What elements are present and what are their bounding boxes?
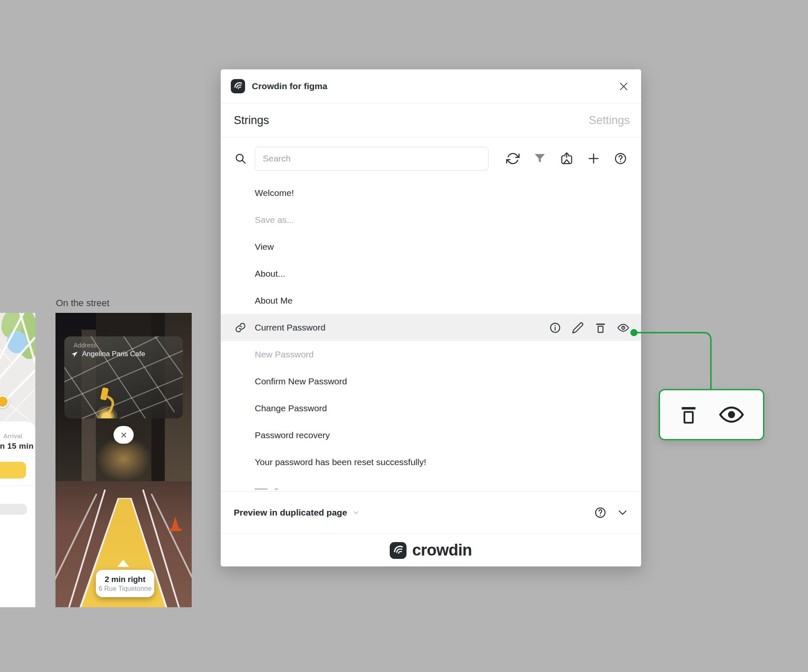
trash-icon[interactable]: [679, 404, 698, 426]
clipped-text: [254, 488, 268, 490]
address-map-card: Address Angelina Paris Cafe: [64, 336, 183, 418]
string-list-item[interactable]: About...: [221, 260, 641, 287]
crowdin-plugin-window: Crowdin for figma Strings Settings: [221, 69, 641, 566]
search-icon: [234, 152, 247, 165]
traffic-cone: [169, 529, 182, 531]
string-text: Save as...: [255, 215, 294, 225]
string-text: About Me: [255, 296, 293, 306]
string-list-item[interactable]: About Me: [221, 287, 641, 314]
close-navigation-button[interactable]: [114, 426, 134, 444]
plugin-header: Crowdin for figma: [221, 69, 641, 103]
filter-icon[interactable]: [533, 152, 547, 165]
export-image-icon[interactable]: [560, 152, 573, 165]
strings-toolbar: [221, 138, 641, 180]
direction-primary: 2 min right: [105, 575, 145, 584]
plugin-tabs: Strings Settings: [221, 103, 641, 138]
close-icon: [618, 81, 629, 92]
tab-settings[interactable]: Settings: [589, 114, 630, 127]
crowdin-logo-icon: [390, 542, 407, 559]
direction-arrow: [117, 560, 129, 567]
arrival-label: Arrival: [3, 432, 22, 439]
string-list-item[interactable]: Welcome!: [221, 180, 641, 206]
divider: [0, 457, 35, 457]
divider: [0, 485, 35, 486]
string-text: Your password has been reset successfull…: [255, 457, 426, 467]
string-list-item[interactable]: New Password: [221, 341, 641, 368]
artboard-map-phone: Arrival in 15 min: [0, 313, 35, 607]
link-icon: [235, 322, 246, 333]
trash-icon[interactable]: [594, 322, 607, 334]
string-list-item[interactable]: View: [221, 233, 641, 260]
ride-bottom-sheet: Arrival in 15 min: [0, 421, 35, 607]
close-icon: [120, 431, 127, 439]
direction-card: 2 min right 6 Rue Tiquetonne: [96, 570, 154, 597]
string-list-item[interactable]: Confirm New Password: [221, 368, 641, 395]
strings-list: Welcome! Save as... View About... About …: [221, 180, 641, 491]
route-line: [64, 336, 183, 418]
direction-secondary: 6 Rue Tiquetonne: [98, 585, 151, 593]
actions-callout: [659, 389, 764, 440]
close-plugin-button[interactable]: [618, 81, 629, 92]
sync-icon[interactable]: [506, 152, 520, 165]
artboard-street-phone: Address Angelina Paris Cafe 2 min right …: [55, 313, 192, 607]
string-text: Welcome!: [255, 188, 294, 198]
string-text: Password recovery: [255, 430, 330, 440]
string-list-item[interactable]: Your password has been reset successfull…: [221, 449, 641, 476]
secondary-button[interactable]: [0, 504, 27, 515]
preview-mode-label[interactable]: Preview in duplicated page: [234, 508, 347, 518]
arrival-time: in 15 min: [0, 442, 34, 451]
string-list-item[interactable]: Password recovery: [221, 422, 641, 449]
string-text: Change Password: [255, 403, 327, 413]
preview-bar: Preview in duplicated page: [221, 491, 641, 533]
clipped-text: [275, 488, 278, 490]
string-text: About...: [255, 269, 285, 279]
clipped-string-item: [221, 476, 641, 491]
chevron-down-icon[interactable]: [352, 509, 360, 516]
string-list-item[interactable]: Current Password: [221, 314, 641, 341]
string-text: Confirm New Password: [255, 376, 347, 386]
search-input[interactable]: [255, 147, 488, 171]
map-area: [0, 313, 35, 421]
figma-canvas: On the street Arrival in 15 min: [0, 0, 808, 672]
frame-label-on-the-street[interactable]: On the street: [56, 298, 109, 309]
plus-icon[interactable]: [587, 152, 600, 165]
eye-icon[interactable]: [718, 406, 745, 423]
help-icon[interactable]: [614, 152, 627, 165]
primary-action-button[interactable]: [0, 462, 26, 479]
window-title: Crowdin for figma: [252, 81, 327, 91]
crowdin-brand-footer: crowdin: [221, 533, 641, 567]
string-text: Current Password: [255, 323, 325, 333]
crowdin-wordmark: crowdin: [412, 541, 472, 559]
help-icon[interactable]: [594, 506, 607, 519]
edit-icon[interactable]: [572, 322, 584, 334]
chevron-down-icon[interactable]: [617, 507, 628, 519]
string-text: New Password: [255, 349, 314, 360]
string-text: View: [255, 242, 274, 252]
string-list-item[interactable]: Save as...: [221, 206, 641, 233]
info-icon[interactable]: [549, 322, 561, 334]
crowdin-logo-icon: [231, 79, 245, 93]
eye-icon[interactable]: [617, 322, 629, 334]
string-list-item[interactable]: Change Password: [221, 395, 641, 422]
tab-strings[interactable]: Strings: [234, 114, 269, 127]
